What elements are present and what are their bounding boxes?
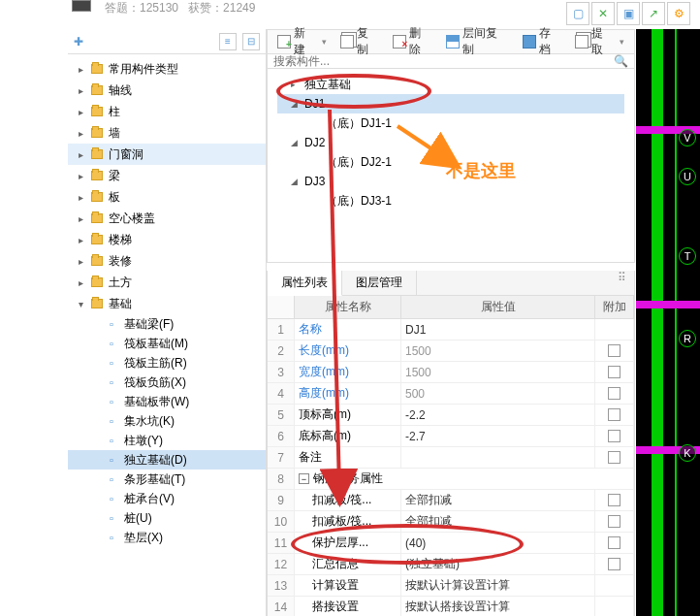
property-row[interactable]: 1名称DJ1 — [268, 319, 634, 340]
marker-t[interactable]: T — [679, 247, 696, 265]
checkbox[interactable] — [608, 366, 620, 378]
checkbox[interactable] — [608, 515, 620, 528]
tab-layers[interactable]: 图层管理 — [342, 271, 417, 295]
search-input[interactable] — [273, 54, 614, 68]
sub-item[interactable]: ▫筏板主筋(R) — [68, 353, 266, 373]
marker-k[interactable]: K — [679, 444, 696, 462]
property-row[interactable]: 6底标高(m)-2.7 — [268, 426, 634, 447]
tree-item[interactable]: ▸常用构件类型 — [68, 58, 266, 80]
rebar-icon: ▫ — [105, 356, 118, 370]
sub-item[interactable]: ▫桩(U) — [68, 508, 266, 528]
folder-icon — [91, 213, 103, 223]
search-icon[interactable]: 🔍 — [614, 54, 628, 68]
tree-item[interactable]: ▸梁 — [68, 165, 266, 186]
tree-item[interactable]: ▸门窗洞 — [68, 144, 266, 165]
tree-item[interactable]: ▸板 — [68, 186, 266, 208]
top-icon-save[interactable]: ▣ — [617, 2, 640, 25]
tree-item[interactable]: ▾基础 — [68, 293, 266, 314]
tab-properties[interactable]: 属性列表 — [268, 271, 342, 296]
sub-item[interactable]: ▫筏板基础(M) — [68, 334, 266, 353]
sub-item[interactable]: ▫集水坑(K) — [68, 411, 266, 431]
checkbox[interactable] — [608, 536, 620, 549]
header-add: 附加 — [595, 296, 634, 318]
top-icon-expand[interactable]: ✕ — [591, 2, 615, 25]
tree-item[interactable]: ▸土方 — [68, 272, 266, 293]
folder-icon — [91, 299, 103, 308]
top-icon-settings[interactable]: ⚙ — [667, 2, 690, 25]
viewport-strip: V U T R K — [636, 29, 700, 616]
folder-icon — [91, 171, 103, 180]
top-icon-1[interactable]: ▢ — [566, 2, 589, 25]
meta-stats: 答题：125130 获赞：21249 — [105, 0, 255, 16]
checkbox[interactable] — [608, 408, 620, 421]
property-row[interactable]: 9扣减板/筏...全部扣减 — [268, 490, 634, 511]
folder-icon — [91, 149, 103, 159]
pile-icon: ▫ — [105, 511, 118, 525]
grid-icon: ▫ — [105, 337, 118, 350]
marker-v[interactable]: V — [679, 129, 696, 146]
folder-icon — [91, 192, 103, 202]
checkbox[interactable] — [608, 387, 620, 400]
property-row[interactable]: 14搭接设置按默认搭接设置计算 — [268, 597, 634, 616]
tree-item[interactable]: ▸轴线 — [68, 80, 266, 101]
property-row[interactable]: 7备注 — [268, 447, 634, 469]
sub-item[interactable]: ▫独立基础(D) — [68, 450, 266, 470]
sub-item[interactable]: ▫垫层(X) — [68, 528, 266, 547]
marker-u[interactable]: U — [679, 168, 696, 185]
tree-item[interactable]: ▸装修 — [68, 250, 266, 272]
iso-icon: ▫ — [105, 453, 118, 467]
checkbox[interactable] — [608, 494, 620, 506]
header-value: 属性值 — [401, 296, 595, 318]
header-name: 属性名称 — [295, 296, 401, 318]
checkbox[interactable] — [608, 430, 620, 442]
line-icon: ▫ — [105, 317, 118, 331]
add-icon[interactable]: ✚ — [74, 35, 83, 49]
component-tree-item[interactable]: ▸独立基础 — [277, 75, 624, 94]
sub-item[interactable]: ▫基础梁(F) — [68, 314, 266, 334]
top-icon-share[interactable]: ↗ — [642, 2, 665, 25]
tree-item[interactable]: ▸柱 — [68, 101, 266, 122]
folder-icon — [91, 277, 103, 287]
component-tree-item[interactable]: （底）DJ3-1 — [277, 191, 624, 211]
checkbox[interactable] — [608, 558, 620, 570]
sub-item[interactable]: ▫条形基础(T) — [68, 470, 266, 489]
rebar2-icon: ▫ — [105, 375, 118, 389]
property-row[interactable]: 11保护层厚...(40) — [268, 533, 634, 554]
property-row[interactable]: 3宽度(mm)1500 — [268, 362, 634, 383]
col-icon: ▫ — [105, 434, 118, 447]
sub-item[interactable]: ▫桩承台(V) — [68, 489, 266, 508]
tree-item[interactable]: ▸空心楼盖 — [68, 208, 266, 229]
layer-icon: ▫ — [105, 531, 118, 544]
checkbox[interactable] — [608, 451, 620, 464]
folder-icon — [91, 235, 103, 244]
avatar — [72, 0, 91, 12]
tree-view-icon[interactable]: ⊟ — [242, 33, 260, 50]
component-tree-item[interactable]: （底）DJ2-1 — [277, 152, 624, 172]
property-row[interactable]: 8−钢筋业务属性 — [268, 469, 634, 490]
property-row[interactable]: 10扣减板/筏...全部扣减 — [268, 511, 634, 533]
checkbox[interactable] — [608, 344, 620, 357]
folder-icon — [91, 64, 103, 74]
component-tree-item[interactable]: （底）DJ1-1 — [277, 113, 624, 133]
component-tree-item[interactable]: ◢DJ2 — [277, 133, 624, 152]
property-row[interactable]: 4高度(mm)500 — [268, 383, 634, 405]
folder-icon — [91, 107, 103, 116]
list-view-icon[interactable]: ≡ — [219, 33, 237, 50]
property-row[interactable]: 13计算设置按默认计算设置计算 — [268, 575, 634, 597]
tree-item[interactable]: ▸墙 — [68, 122, 266, 144]
property-row[interactable]: 12汇总信息(独立基础) — [268, 554, 634, 575]
slab-icon: ▫ — [105, 395, 118, 408]
tree-item[interactable]: ▸楼梯 — [68, 229, 266, 250]
folder-icon — [91, 85, 103, 95]
sub-item[interactable]: ▫基础板带(W) — [68, 392, 266, 411]
sub-item[interactable]: ▫筏板负筋(X) — [68, 373, 266, 392]
folder-icon — [91, 128, 103, 138]
sub-item[interactable]: ▫柱墩(Y) — [68, 431, 266, 450]
component-tree-item[interactable]: ◢DJ1 — [277, 94, 624, 113]
folder-icon — [91, 256, 103, 266]
component-tree-item[interactable]: ◢DJ3 — [277, 172, 624, 191]
property-row[interactable]: 5顶标高(m)-2.2 — [268, 405, 634, 426]
property-row[interactable]: 2长度(mm)1500 — [268, 340, 634, 362]
grip-icon[interactable]: ⠿ — [610, 271, 634, 295]
marker-r[interactable]: R — [679, 330, 696, 347]
